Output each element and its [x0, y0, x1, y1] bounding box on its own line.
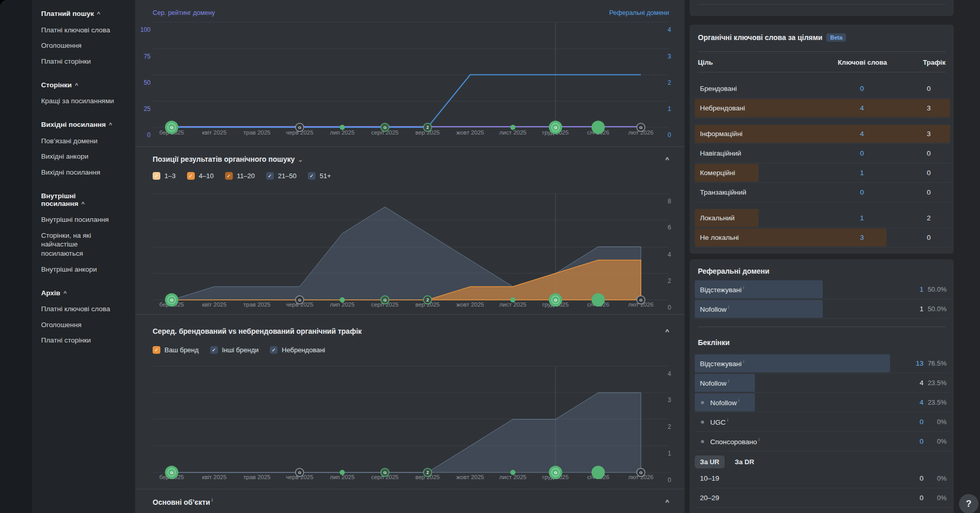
event-dot-marker[interactable]: [510, 297, 515, 302]
legend-checkbox-item[interactable]: ✓21–50: [266, 172, 297, 180]
google-update-marker[interactable]: G: [165, 121, 178, 134]
branded-traffic-title: Серед. брендований vs небрендований орга…: [153, 327, 362, 335]
sidebar-item[interactable]: Пов’язані домени: [41, 133, 120, 149]
link-type-label: Спонсорованоi: [710, 437, 760, 446]
checkbox-icon[interactable]: ✓: [153, 172, 160, 180]
month-label: квіт 2025: [202, 301, 227, 308]
sidebar-section-header[interactable]: Вихідні посилання^: [41, 116, 120, 133]
checkbox-icon[interactable]: ✓: [266, 172, 274, 180]
sidebar-item[interactable]: Платні ключові слова: [41, 301, 120, 317]
google-update-marker[interactable]: G: [549, 293, 562, 307]
event-dot-marker[interactable]: [340, 125, 345, 130]
sidebar-item[interactable]: Внутрішні посилання: [41, 212, 120, 228]
event-dot-marker[interactable]: [510, 125, 515, 130]
branded-traffic-chart[interactable]: 43210бер 2025квіт 2025трав 2025черв 2025…: [135, 357, 685, 487]
backlinks-tab-inactive[interactable]: За DR: [730, 455, 760, 468]
checkbox-icon[interactable]: ✓: [153, 346, 160, 354]
event-dot-marker[interactable]: [340, 297, 345, 302]
collapse-chart2-button[interactable]: ^: [665, 156, 669, 163]
sidebar-section: Архів^Платні ключові словаОголошенняПлат…: [41, 284, 120, 349]
intent-keywords-value[interactable]: 0: [860, 149, 864, 157]
google-update-marker[interactable]: G: [637, 296, 645, 304]
link-count-value[interactable]: 0: [919, 418, 923, 426]
sidebar-item[interactable]: Платні сторінки: [41, 53, 120, 69]
link-percent-value: 0%: [925, 418, 947, 426]
sidebar-section: Внутрішні посилання^Внутрішні посиланняС…: [41, 187, 120, 277]
group-gap: [695, 118, 950, 124]
event-big-marker[interactable]: [591, 293, 605, 307]
event-count-marker[interactable]: 2: [423, 296, 432, 304]
intent-keywords-value[interactable]: 1: [860, 169, 864, 177]
link-count-value[interactable]: 1: [919, 286, 923, 293]
google-update-marker[interactable]: G: [295, 296, 304, 304]
section-divider: [135, 489, 685, 489]
collapse-objects-button[interactable]: ^: [665, 498, 669, 506]
link-count-value[interactable]: 4: [919, 398, 923, 406]
intent-keywords-value[interactable]: 1: [860, 214, 864, 222]
intent-keywords-value[interactable]: 4: [860, 104, 864, 112]
legend-checkbox-item[interactable]: ✓Інші бренди: [210, 346, 259, 354]
checkbox-icon[interactable]: ✓: [308, 172, 316, 180]
checkbox-icon[interactable]: ✓: [210, 346, 218, 354]
sidebar-section-header[interactable]: Архів^: [41, 284, 120, 301]
google-update-marker[interactable]: G: [549, 466, 562, 479]
event-count-marker[interactable]: 2: [423, 468, 432, 477]
event-big-marker[interactable]: [591, 121, 605, 134]
link-type-label: UGCi: [710, 417, 728, 426]
checkbox-icon[interactable]: ✓: [270, 346, 278, 354]
legend-checkbox-item[interactable]: ✓Ваш бренд: [153, 346, 199, 354]
keywords-intent-card: Органічні ключові слова за цілямиBeta Ці…: [690, 25, 954, 254]
google-update-marker[interactable]: G: [295, 123, 304, 131]
help-button[interactable]: ?: [959, 494, 978, 513]
sidebar-item[interactable]: Кращі за посиланнями: [41, 93, 120, 109]
svg-text:G: G: [639, 125, 642, 130]
link-count-value[interactable]: 0: [919, 438, 923, 445]
sidebar-section-header[interactable]: Внутрішні посилання^: [41, 187, 120, 212]
legend-checkbox-item[interactable]: ✓11–20: [225, 172, 255, 180]
link-stat-row: Спонсорованоi00%: [695, 432, 950, 451]
organic-positions-title[interactable]: Позиції результатів органічного пошуку⌄: [153, 155, 303, 163]
sidebar-item[interactable]: Оголошення: [41, 38, 120, 54]
sidebar-item[interactable]: Сторінки, на які найчастіше посилаються: [41, 227, 120, 261]
sidebar-item[interactable]: Внутрішні анкори: [41, 261, 120, 277]
google-update-marker[interactable]: G: [295, 468, 304, 477]
intent-keywords-value[interactable]: 4: [860, 130, 864, 138]
sidebar-section-header[interactable]: Сторінки^: [41, 77, 120, 93]
legend-checkbox-item[interactable]: ✓4–10: [187, 172, 214, 180]
google-update-marker[interactable]: G: [549, 121, 562, 134]
sidebar-item[interactable]: Вихідні анкори: [41, 149, 120, 165]
sidebar-item[interactable]: Оголошення: [41, 317, 120, 333]
sidebar-item[interactable]: Вихідні посилання: [41, 164, 120, 180]
checkbox-icon[interactable]: ✓: [225, 172, 233, 180]
google-update-marker[interactable]: G: [381, 468, 389, 477]
legend-checkbox-item[interactable]: ✓1–3: [153, 172, 176, 180]
checkbox-icon[interactable]: ✓: [187, 172, 195, 180]
sidebar-section: Вихідні посилання^Пов’язані домениВихідн…: [41, 116, 120, 180]
link-type-label: Nofollowi: [710, 398, 739, 407]
event-big-marker[interactable]: [591, 466, 605, 479]
google-update-marker[interactable]: G: [381, 296, 389, 304]
google-update-marker[interactable]: G: [637, 123, 645, 131]
sidebar-section-header[interactable]: Платний пошук^: [41, 5, 120, 22]
google-update-marker[interactable]: G: [381, 123, 389, 131]
link-stat-row: 10–1900%: [695, 469, 950, 488]
event-dot-marker[interactable]: [510, 470, 515, 475]
backlinks-tab-active[interactable]: За UR: [695, 455, 725, 468]
organic-positions-chart[interactable]: 86420бер 2025квіт 2025трав 2025черв 2025…: [135, 185, 685, 314]
legend-checkbox-item[interactable]: ✓Небрендовані: [270, 346, 325, 354]
event-count-marker[interactable]: 2: [423, 123, 432, 131]
domain-rating-chart[interactable]: 432101007550250бер 2025квіт 2025трав 202…: [135, 0, 685, 146]
sidebar-item[interactable]: Платні ключові слова: [41, 22, 120, 38]
collapse-chart3-button[interactable]: ^: [665, 328, 669, 335]
google-update-marker[interactable]: G: [637, 468, 645, 477]
google-update-marker[interactable]: G: [165, 466, 178, 479]
intent-keywords-value[interactable]: 3: [860, 234, 864, 241]
google-update-marker[interactable]: G: [165, 293, 178, 307]
event-dot-marker[interactable]: [340, 470, 345, 475]
legend-checkbox-item[interactable]: ✓51+: [308, 172, 331, 180]
intent-keywords-value[interactable]: 0: [860, 85, 864, 92]
intent-keywords-value[interactable]: 0: [860, 188, 864, 196]
sidebar-item[interactable]: Платні сторінки: [41, 333, 120, 349]
legend-label: Інші бренди: [222, 346, 259, 354]
link-count-value[interactable]: 13: [916, 359, 923, 367]
